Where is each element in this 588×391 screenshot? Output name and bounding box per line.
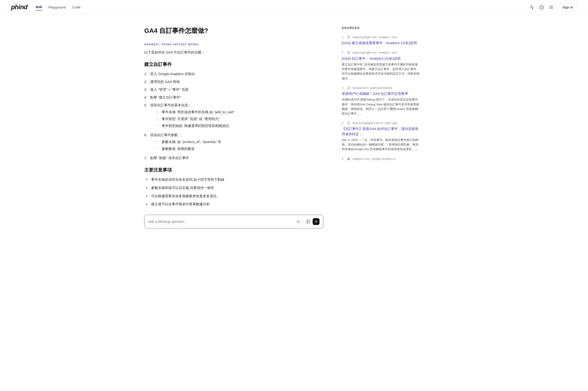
followup-input[interactable] <box>148 219 294 223</box>
notes-list: 事件名稱必須符合命名規則,如小寫字母和下劃線 參數名稱和值可以自定義,但要保持一… <box>144 177 323 207</box>
model-selector[interactable] <box>297 220 304 223</box>
steps-list: 1. 登入 Google Analytics 控制台 2. 選擇您的 GA4 局… <box>144 71 323 161</box>
list-item: 可以根據需要添加多個參數來收集更多資訊 <box>146 193 323 199</box>
mkt-favicon: m <box>347 157 351 161</box>
answer-intro: 以下是如何在 GA4 中自訂事件的步驟： <box>144 50 323 55</box>
turing-favicon: T <box>347 121 351 125</box>
section1-title: 建立自訂事件 <box>144 61 323 68</box>
answer-label: ANSWER | PHIND INSTANT MODEL <box>144 42 323 47</box>
source-title[interactable]: 【自訂事件】新版GA4 如何自訂事件，讓你追蹤使用者的特定 ... <box>342 126 420 137</box>
list-item: 事件類型: 可選擇 "頁面" 或 "應用程式" <box>157 116 235 122</box>
source-desc: 建立自訂事件前, 請先確認您想建立的事件不屬於自動收集的事件或建議事件。再建立自… <box>342 62 420 81</box>
nav-ask[interactable]: Ask <box>36 4 42 10</box>
source-meta: 2 G support.google.com › analytics › ans… <box>342 51 420 55</box>
source-title[interactable]: 掌握用戶行為關鍵！GA4 自訂事件設置教學 <box>342 91 420 97</box>
page-title: GA4 自訂事件怎麼做? <box>144 26 323 36</box>
source-meta: 3 c cloudad.tech › ga4customevents <box>342 86 420 90</box>
list-item: 2. 選擇您的 GA4 局域 <box>144 79 323 85</box>
list-item: 7. 點擊 "創建" 保存自訂事件 <box>144 155 323 161</box>
source-meta: 4 T www.turingdigital.com.tw › blog › ga… <box>342 121 420 125</box>
list-item: 3. 進入 "管理" > "事件" 頁面 <box>144 87 323 92</box>
answer-content: GA4 自訂事件怎麼做? ANSWER | PHIND INSTANT MODE… <box>144 26 323 233</box>
svg-point-5 <box>307 221 308 221</box>
nav: Ask Playground Code <box>36 4 80 10</box>
list-item: 事件名稱必須符合命名規則,如小寫字母和下劃線 <box>146 177 323 183</box>
menu-icon[interactable] <box>549 5 554 10</box>
cloudad-favicon: c <box>347 86 351 90</box>
list-item: 事件名稱: 用於描述事件的名稱,如 "add_to_cart" <box>157 109 235 115</box>
followup-submit-button[interactable] <box>313 218 320 225</box>
list-item: 1. 登入 Google Analytics 控制台 <box>144 71 323 77</box>
header: phind Ask Playground Code Sign In <box>0 0 588 15</box>
source-meta: 1 G support.google.com › analytics › ans… <box>342 35 420 39</box>
list-item: 6. 添加自訂事件參數： 參數名稱: 如 "product_id", "quan… <box>144 132 323 153</box>
followup-actions <box>297 218 320 225</box>
source-item: 2 G support.google.com › analytics › ans… <box>342 51 420 81</box>
sub-list: 事件名稱: 用於描述事件的名稱,如 "add_to_cart" 事件類型: 可選… <box>150 109 235 129</box>
followup-input-wrapper <box>144 215 323 228</box>
source-item: 1 G support.google.com › analytics › ans… <box>342 35 420 46</box>
list-item: 4. 點擊 "建立自訂事件" <box>144 95 323 100</box>
list-item: 參數名稱: 如 "product_id", "quantity" 等 <box>157 139 221 145</box>
source-meta: 5 m mktgholic.com › google-analytics-4 › <box>342 157 420 161</box>
logo[interactable]: phind <box>11 2 27 12</box>
list-item: 建立後可以在事件報表中查看數據分析 <box>146 201 323 207</box>
activity-icon[interactable] <box>529 5 534 10</box>
google-icon: G <box>347 35 351 39</box>
main-content: GA4 自訂事件怎麼做? ANSWER | PHIND INSTANT MODE… <box>133 15 455 233</box>
list-item: 事件類型細節: 根據選擇的類型填寫相關資訊 <box>157 123 235 129</box>
list-item: 5. 填寫自訂事件的基本信息： 事件名稱: 用於描述事件的名稱,如 "add_t… <box>144 102 323 130</box>
source-desc: Dec 4, 2020 — * 在「所有事件」報表將指定事件標示為轉換，當作給網… <box>342 138 420 152</box>
list-item: 參數數值: 相應的數值 <box>157 146 221 152</box>
sources-sidebar: SOURCES 1 G support.google.com › analyti… <box>342 26 420 233</box>
google-icon: G <box>347 51 351 55</box>
nav-playground[interactable]: Playground <box>48 4 66 10</box>
history-icon[interactable] <box>539 5 544 10</box>
source-item: 3 c cloudad.tech › ga4customevents 掌握用戶行… <box>342 86 420 116</box>
source-desc: 在網站或APP 開啟Debug 模式下，去做到你所設定的事件條件，再利用GA4 … <box>342 97 420 116</box>
list-item: 參數名稱和值可以自定義,但要保持一致性 <box>146 185 323 191</box>
followup-container <box>144 215 323 228</box>
section2-title: 主要注意事項 <box>144 166 323 174</box>
sources-header: SOURCES <box>342 26 420 30</box>
source-item: 4 T www.turingdigital.com.tw › blog › ga… <box>342 121 420 152</box>
source-title[interactable]: [GA4] 自訂事件－ Analytics (分析)說明 <box>342 56 420 61</box>
image-upload-button[interactable] <box>306 219 310 224</box>
sign-in-button[interactable]: Sign In <box>558 3 577 12</box>
nav-code[interactable]: Code <box>72 4 81 10</box>
source-item: 5 m mktgholic.com › google-analytics-4 › <box>342 157 420 161</box>
header-right: Sign In <box>529 3 577 12</box>
source-title[interactable]: [GA4] 建立或修改重要事件－Analytics (分析)說明 <box>342 40 420 46</box>
sub-list: 參數名稱: 如 "product_id", "quantity" 等 參數數值:… <box>150 139 221 152</box>
